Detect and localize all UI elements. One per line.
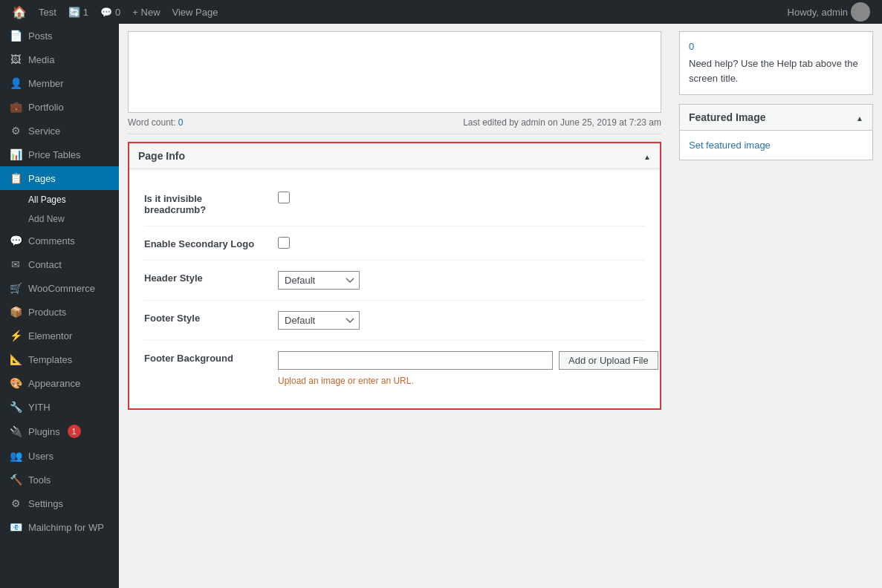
wp-icon: 🏠 (12, 5, 27, 19)
footer-style-label: Footer Style (144, 311, 263, 324)
pages-icon: 📋 (9, 172, 22, 184)
users-icon: 👥 (9, 450, 22, 462)
adminbar-wp-logo[interactable]: 🏠 (6, 0, 33, 24)
sidebar-label-elementor: Elementor (28, 330, 72, 342)
sidebar-item-products[interactable]: 📦 Products (0, 300, 119, 324)
sidebar-item-tools[interactable]: 🔨 Tools (0, 468, 119, 491)
sidebar-item-settings[interactable]: ⚙ Settings (0, 491, 119, 515)
adminbar-new[interactable]: + New (126, 0, 166, 24)
invisible-breadcrumb-checkbox[interactable] (278, 192, 290, 203)
woocommerce-icon: 🛒 (9, 282, 22, 294)
set-featured-image-link[interactable]: Set featured image (689, 140, 771, 151)
upload-hint: Upload an image or enter an URL. (278, 376, 658, 386)
adminbar-updates[interactable]: 🔄 1 (62, 0, 94, 24)
sidebar-item-appearance[interactable]: 🎨 Appearance (0, 371, 119, 395)
sidebar-item-pages[interactable]: 📋 Pages (0, 166, 119, 190)
sidebar-item-member[interactable]: 👤 Member (0, 71, 119, 95)
add-upload-button[interactable]: Add or Upload File (559, 351, 658, 370)
upload-row: Add or Upload File (278, 351, 658, 370)
footer-background-label: Footer Background (144, 351, 263, 364)
sidebar-item-service[interactable]: ⚙ Service (0, 119, 119, 143)
content-wrap: Word count: 0 Last edited by admin on Ju… (119, 24, 882, 588)
sidebar-subitem-add-new[interactable]: Add New (0, 209, 119, 229)
tools-icon: 🔨 (9, 474, 22, 486)
sidebar-item-media[interactable]: 🖼 Media (0, 48, 119, 71)
comments-icon: 💬 (100, 7, 112, 18)
page-info-toggle[interactable] (643, 149, 651, 163)
help-panel: 0 Need help? Use the Help tab above the … (679, 31, 873, 95)
footer-style-select[interactable]: Default Style 1 Style 2 (278, 311, 360, 330)
service-icon: ⚙ (9, 125, 22, 137)
sidebar-item-templates[interactable]: 📐 Templates (0, 347, 119, 371)
sidebar-label-woocommerce: WooCommerce (28, 283, 95, 294)
member-icon: 👤 (9, 77, 22, 89)
sidebar-item-users[interactable]: 👥 Users (0, 444, 119, 468)
sidebar-item-elementor[interactable]: ⚡ Elementor (0, 324, 119, 347)
view-page-label: View Page (172, 7, 218, 18)
sidebar-item-plugins[interactable]: 🔌 Plugins 1 (0, 419, 119, 444)
sidebar-item-posts[interactable]: 📄 Posts (0, 24, 119, 48)
featured-image-title: Featured Image (689, 111, 765, 123)
sidebar-label-comments: Comments (28, 235, 75, 246)
help-count-link[interactable]: 0 (689, 41, 694, 52)
plugins-icon: 🔌 (9, 425, 22, 437)
yith-icon: 🔧 (9, 401, 22, 413)
featured-image-toggle[interactable] (856, 111, 863, 124)
updates-count: 1 (83, 7, 88, 18)
sidebar-subitem-all-pages[interactable]: All Pages (0, 190, 119, 209)
sidebar-item-price-tables[interactable]: 📊 Price Tables (0, 143, 119, 166)
word-count-label: Word count: (128, 117, 175, 128)
featured-image-body: Set featured image (680, 131, 872, 160)
sidebar-label-tools: Tools (28, 474, 51, 486)
footer-background-input[interactable] (278, 351, 553, 370)
adminbar-howdy[interactable]: Howdy, admin (782, 0, 876, 24)
sidebar-item-yith[interactable]: 🔧 YITH (0, 395, 119, 419)
field-header-style: Header Style Default Style 1 Style 2 (144, 261, 645, 301)
help-text: Need help? Use the Help tab above the sc… (689, 56, 863, 85)
howdy-label: Howdy, admin (788, 7, 848, 18)
field-footer-background: Footer Background Add or Upload File Upl… (144, 341, 645, 396)
sidebar-item-contact[interactable]: ✉ Contact (0, 252, 119, 276)
sidebar-label-portfolio: Portfolio (28, 102, 64, 113)
page-info-body: Is it invisible breadcrumb? Enable Secon… (129, 169, 660, 408)
adminbar-site-name[interactable]: Test (33, 0, 62, 24)
appearance-icon: 🎨 (9, 377, 22, 389)
admin-bar: 🏠 Test 🔄 1 💬 0 + New View Page Howdy, ad… (0, 0, 882, 24)
templates-icon: 📐 (9, 353, 22, 365)
editor-area: Word count: 0 Last edited by admin on Ju… (119, 24, 670, 588)
page-info-title: Page Info (138, 150, 185, 162)
word-count-value[interactable]: 0 (178, 117, 184, 128)
site-name-label: Test (39, 7, 56, 18)
sidebar-item-woocommerce[interactable]: 🛒 WooCommerce (0, 276, 119, 300)
adminbar-view-page[interactable]: View Page (166, 0, 224, 24)
secondary-logo-checkbox[interactable] (278, 237, 290, 249)
sidebar-label-products: Products (28, 307, 66, 318)
sidebar-label-mailchimp: Mailchimp for WP (28, 522, 104, 533)
adminbar-right: Howdy, admin (782, 0, 876, 24)
sidebar-label-templates: Templates (28, 354, 72, 365)
last-edited-text: Last edited by admin on June 25, 2019 at… (463, 117, 661, 128)
field-secondary-logo: Enable Secondary Logo (144, 226, 645, 261)
sidebar-item-mailchimp[interactable]: 📧 Mailchimp for WP (0, 515, 119, 539)
sidebar-label-contact: Contact (28, 259, 62, 270)
sidebar-label-pages: Pages (28, 173, 56, 184)
sidebar-item-comments[interactable]: 💬 Comments (0, 229, 119, 252)
sidebar-item-portfolio[interactable]: 💼 Portfolio (0, 95, 119, 119)
plugins-badge: 1 (68, 425, 81, 438)
right-sidebar: 0 Need help? Use the Help tab above the … (670, 24, 882, 588)
header-style-select[interactable]: Default Style 1 Style 2 (278, 271, 360, 290)
new-label: + New (132, 7, 160, 18)
sidebar-label-posts: Posts (28, 30, 53, 42)
all-pages-label: All Pages (28, 195, 66, 205)
settings-icon: ⚙ (9, 497, 22, 509)
sidebar-label-media: Media (28, 54, 54, 65)
content-editor[interactable] (128, 31, 661, 113)
sidebar-label-settings: Settings (28, 498, 63, 509)
add-new-label: Add New (28, 214, 65, 224)
secondary-logo-label: Enable Secondary Logo (144, 237, 263, 249)
page-info-header: Page Info (129, 143, 660, 169)
header-style-control: Default Style 1 Style 2 (278, 271, 645, 290)
adminbar-comments[interactable]: 💬 0 (94, 0, 126, 24)
contact-icon: ✉ (9, 258, 22, 270)
mailchimp-icon: 📧 (9, 521, 22, 533)
